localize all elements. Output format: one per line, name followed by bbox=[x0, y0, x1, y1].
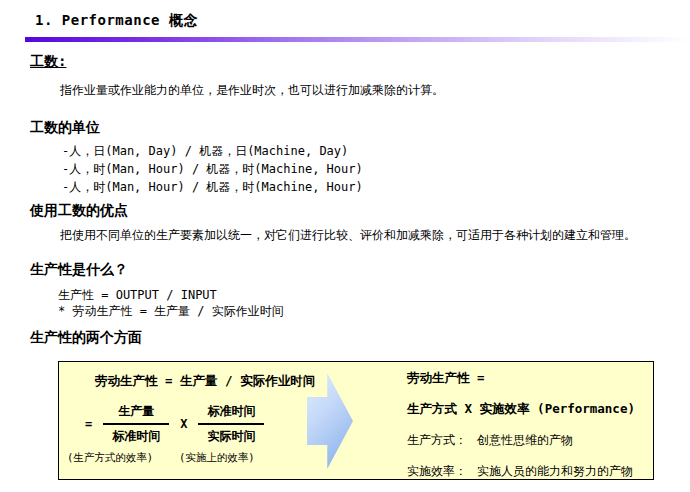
two-aspects-diagram-box: 劳动生产性 = 生产量 / 实际作业时间 = 生产量 标准时间 X 标准时间 实… bbox=[58, 361, 654, 480]
production-method-row: 生产方式：创意性思维的产物 bbox=[407, 432, 653, 449]
fraction2-denominator: 实际时间 bbox=[198, 425, 264, 445]
performance-formula: 生产方式 X 实施效率 (Performance) bbox=[407, 401, 653, 418]
labor-productivity-formula-line: * 劳动生产性 = 生产量 / 实际作业时间 bbox=[58, 303, 284, 319]
labor-productivity-header: 劳动生产性 = bbox=[407, 370, 653, 387]
page-title: 1. Performance 概念 bbox=[35, 12, 198, 30]
section-body-advantage: 把使用不同单位的生产要素加以统一，对它们进行比较、评价和加减乘除，可适用于各种计… bbox=[60, 227, 636, 244]
production-method-label: 生产方式： bbox=[407, 432, 467, 449]
fraction1-numerator: 生产量 bbox=[103, 403, 169, 425]
section-heading-productivity: 生产性是什么？ bbox=[30, 261, 128, 279]
section-heading-two-aspects: 生产性的两个方面 bbox=[30, 329, 142, 347]
equals-sign: = bbox=[85, 417, 92, 431]
implementation-efficiency-label: 实施效率： bbox=[407, 463, 467, 480]
fraction1-denominator: 标准时间 bbox=[103, 425, 169, 445]
section-heading-advantage: 使用工数的优点 bbox=[30, 202, 128, 220]
fraction-production-over-standard: 生产量 标准时间 bbox=[103, 403, 169, 445]
fraction2-numerator: 标准时间 bbox=[198, 403, 264, 425]
implementation-efficiency-row: 实施效率：实施人员的能力和努力的产物 bbox=[407, 463, 653, 480]
performance-explanation: 劳动生产性 = 生产方式 X 实施效率 (Performance) 生产方式：创… bbox=[407, 370, 653, 492]
units-list: -人，日(Man, Day) / 机器，日(Machine, Day) -人，时… bbox=[62, 142, 363, 196]
productivity-formula-line: 生产性 = OUTPUT / INPUT bbox=[58, 287, 284, 303]
section-heading-gongshu: 工数: bbox=[30, 53, 66, 71]
list-item-unit-day: -人，日(Man, Day) / 机器，日(Machine, Day) bbox=[62, 142, 363, 160]
list-item-unit-hour-1: -人，时(Man, Hour) / 机器，时(Machine, Hour) bbox=[62, 160, 363, 178]
fraction1-caption: (生产方式的效率) bbox=[67, 451, 153, 465]
productivity-definition: 生产性 = OUTPUT / INPUT * 劳动生产性 = 生产量 / 实际作… bbox=[58, 287, 284, 319]
section-body-gongshu: 指作业量或作业能力的单位，是作业时次，也可以进行加减乘除的计算。 bbox=[60, 82, 444, 99]
section-heading-units: 工数的单位 bbox=[30, 119, 100, 137]
implementation-efficiency-value: 实施人员的能力和努力的产物 bbox=[477, 464, 633, 478]
fraction2-caption: (实施上的效率) bbox=[179, 451, 255, 465]
fraction-standard-over-actual: 标准时间 实际时间 bbox=[198, 403, 264, 445]
production-method-value: 创意性思维的产物 bbox=[477, 433, 573, 447]
labor-productivity-equation: 劳动生产性 = 生产量 / 实际作业时间 bbox=[95, 373, 315, 390]
accent-divider-bar bbox=[25, 37, 690, 42]
list-item-unit-hour-2: -人，时(Man, Hour) / 机器，时(Machine, Hour) bbox=[62, 178, 363, 196]
multiply-sign: X bbox=[180, 417, 187, 431]
fraction-equation: = 生产量 标准时间 X 标准时间 实际时间 bbox=[85, 403, 264, 445]
slide-page: 1. Performance 概念 工数: 指作业量或作业能力的单位，是作业时次… bbox=[0, 0, 690, 492]
